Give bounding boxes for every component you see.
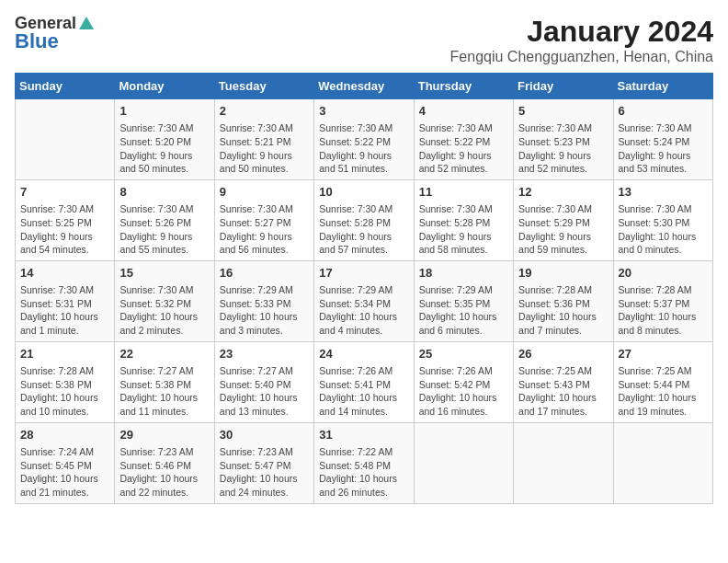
calendar-day-cell: 10Sunrise: 7:30 AMSunset: 5:28 PMDayligh… (314, 179, 414, 260)
calendar-day-cell: 26Sunrise: 7:25 AMSunset: 5:43 PMDayligh… (514, 341, 613, 422)
calendar-day-cell: 21Sunrise: 7:28 AMSunset: 5:38 PMDayligh… (16, 341, 115, 422)
day-number: 30 (220, 427, 309, 443)
day-info: Sunrise: 7:30 AMSunset: 5:22 PMDaylight:… (419, 121, 508, 176)
logo-blue-text: Blue (15, 31, 59, 52)
day-number: 29 (119, 427, 209, 443)
calendar-day-cell: 22Sunrise: 7:27 AMSunset: 5:38 PMDayligh… (115, 341, 214, 422)
day-number: 9 (220, 184, 309, 201)
calendar-day-cell: 30Sunrise: 7:23 AMSunset: 5:47 PMDayligh… (214, 422, 313, 503)
calendar-day-cell: 15Sunrise: 7:30 AMSunset: 5:32 PMDayligh… (115, 260, 214, 341)
calendar-day-cell: 8Sunrise: 7:30 AMSunset: 5:26 PMDaylight… (115, 179, 214, 260)
column-header-friday: Friday (514, 74, 613, 99)
day-number: 26 (518, 346, 608, 362)
day-number: 25 (419, 346, 508, 362)
day-info: Sunrise: 7:30 AMSunset: 5:27 PMDaylight:… (220, 202, 309, 257)
calendar-day-cell: 4Sunrise: 7:30 AMSunset: 5:22 PMDaylight… (414, 99, 513, 180)
day-number: 14 (20, 265, 109, 282)
day-info: Sunrise: 7:28 AMSunset: 5:37 PMDaylight:… (619, 283, 708, 338)
day-number: 20 (619, 265, 708, 282)
day-info: Sunrise: 7:29 AMSunset: 5:34 PMDaylight:… (319, 283, 408, 338)
day-number: 27 (619, 346, 708, 362)
day-info: Sunrise: 7:30 AMSunset: 5:30 PMDaylight:… (619, 202, 708, 257)
day-info: Sunrise: 7:30 AMSunset: 5:28 PMDaylight:… (419, 202, 508, 257)
calendar-day-cell: 3Sunrise: 7:30 AMSunset: 5:22 PMDaylight… (314, 99, 414, 180)
calendar-title: January 2024 (450, 15, 713, 49)
day-number: 23 (220, 346, 309, 362)
calendar-day-cell: 9Sunrise: 7:30 AMSunset: 5:27 PMDaylight… (214, 179, 313, 260)
day-number: 1 (119, 103, 209, 120)
calendar-day-cell: 27Sunrise: 7:25 AMSunset: 5:44 PMDayligh… (613, 341, 712, 422)
day-number: 18 (419, 265, 508, 282)
column-header-thursday: Thursday (414, 74, 513, 99)
calendar-header: SundayMondayTuesdayWednesdayThursdayFrid… (16, 74, 713, 99)
calendar-day-cell: 6Sunrise: 7:30 AMSunset: 5:24 PMDaylight… (613, 99, 712, 180)
day-number: 13 (619, 184, 708, 201)
day-number: 2 (220, 103, 309, 120)
day-info: Sunrise: 7:30 AMSunset: 5:24 PMDaylight:… (619, 121, 708, 176)
calendar-header-row: SundayMondayTuesdayWednesdayThursdayFrid… (16, 74, 713, 99)
calendar-day-cell: 31Sunrise: 7:22 AMSunset: 5:48 PMDayligh… (314, 422, 414, 503)
calendar-day-cell: 23Sunrise: 7:27 AMSunset: 5:40 PMDayligh… (214, 341, 313, 422)
day-info: Sunrise: 7:30 AMSunset: 5:20 PMDaylight:… (119, 121, 209, 176)
calendar-day-cell: 13Sunrise: 7:30 AMSunset: 5:30 PMDayligh… (613, 179, 712, 260)
day-number: 11 (419, 184, 508, 201)
calendar-day-cell: 17Sunrise: 7:29 AMSunset: 5:34 PMDayligh… (314, 260, 414, 341)
day-number: 19 (518, 265, 608, 282)
day-info: Sunrise: 7:22 AMSunset: 5:48 PMDaylight:… (319, 445, 408, 500)
day-number: 12 (518, 184, 608, 201)
day-info: Sunrise: 7:30 AMSunset: 5:26 PMDaylight:… (119, 202, 209, 257)
day-number: 24 (319, 346, 408, 362)
day-info: Sunrise: 7:30 AMSunset: 5:23 PMDaylight:… (518, 121, 608, 176)
svg-marker-0 (79, 17, 94, 29)
day-info: Sunrise: 7:23 AMSunset: 5:46 PMDaylight:… (119, 445, 209, 500)
day-number: 7 (20, 184, 109, 201)
calendar-day-cell: 28Sunrise: 7:24 AMSunset: 5:45 PMDayligh… (16, 422, 115, 503)
calendar-subtitle: Fengqiu Chengguanzhen, Henan, China (450, 49, 713, 65)
logo-triangle-icon (78, 15, 95, 31)
calendar-day-cell: 14Sunrise: 7:30 AMSunset: 5:31 PMDayligh… (16, 260, 115, 341)
calendar-day-cell: 20Sunrise: 7:28 AMSunset: 5:37 PMDayligh… (613, 260, 712, 341)
day-info: Sunrise: 7:29 AMSunset: 5:35 PMDaylight:… (419, 283, 508, 338)
day-info: Sunrise: 7:25 AMSunset: 5:43 PMDaylight:… (518, 364, 608, 419)
day-info: Sunrise: 7:28 AMSunset: 5:36 PMDaylight:… (518, 283, 608, 338)
calendar-empty-cell (16, 99, 115, 180)
calendar-empty-cell (414, 422, 513, 503)
day-info: Sunrise: 7:28 AMSunset: 5:38 PMDaylight:… (20, 364, 109, 419)
day-number: 16 (220, 265, 309, 282)
calendar-week-row: 1Sunrise: 7:30 AMSunset: 5:20 PMDaylight… (16, 99, 713, 180)
day-info: Sunrise: 7:30 AMSunset: 5:25 PMDaylight:… (20, 202, 109, 257)
calendar-day-cell: 18Sunrise: 7:29 AMSunset: 5:35 PMDayligh… (414, 260, 513, 341)
day-info: Sunrise: 7:30 AMSunset: 5:22 PMDaylight:… (319, 121, 408, 176)
day-info: Sunrise: 7:30 AMSunset: 5:31 PMDaylight:… (20, 283, 109, 338)
calendar-day-cell: 2Sunrise: 7:30 AMSunset: 5:21 PMDaylight… (214, 99, 313, 180)
day-number: 22 (119, 346, 209, 362)
calendar-empty-cell (613, 422, 712, 503)
column-header-wednesday: Wednesday (314, 74, 414, 99)
day-info: Sunrise: 7:25 AMSunset: 5:44 PMDaylight:… (619, 364, 708, 419)
day-number: 8 (119, 184, 209, 201)
day-info: Sunrise: 7:30 AMSunset: 5:29 PMDaylight:… (518, 202, 608, 257)
day-info: Sunrise: 7:26 AMSunset: 5:41 PMDaylight:… (319, 364, 408, 419)
day-number: 4 (419, 103, 508, 120)
logo: General Blue (15, 15, 95, 52)
day-info: Sunrise: 7:24 AMSunset: 5:45 PMDaylight:… (20, 445, 109, 500)
column-header-sunday: Sunday (16, 74, 115, 99)
day-number: 5 (518, 103, 608, 120)
calendar-empty-cell (514, 422, 613, 503)
calendar-week-row: 14Sunrise: 7:30 AMSunset: 5:31 PMDayligh… (16, 260, 713, 341)
calendar-day-cell: 1Sunrise: 7:30 AMSunset: 5:20 PMDaylight… (115, 99, 214, 180)
column-header-monday: Monday (115, 74, 214, 99)
day-info: Sunrise: 7:30 AMSunset: 5:28 PMDaylight:… (319, 202, 408, 257)
day-number: 6 (619, 103, 708, 120)
day-number: 21 (20, 346, 109, 362)
calendar-body: 1Sunrise: 7:30 AMSunset: 5:20 PMDaylight… (16, 99, 713, 504)
calendar-day-cell: 7Sunrise: 7:30 AMSunset: 5:25 PMDaylight… (16, 179, 115, 260)
day-info: Sunrise: 7:27 AMSunset: 5:38 PMDaylight:… (119, 364, 209, 419)
calendar-day-cell: 5Sunrise: 7:30 AMSunset: 5:23 PMDaylight… (514, 99, 613, 180)
day-info: Sunrise: 7:26 AMSunset: 5:42 PMDaylight:… (419, 364, 508, 419)
day-info: Sunrise: 7:30 AMSunset: 5:21 PMDaylight:… (220, 121, 309, 176)
day-number: 28 (20, 427, 109, 443)
calendar-day-cell: 19Sunrise: 7:28 AMSunset: 5:36 PMDayligh… (514, 260, 613, 341)
calendar-week-row: 21Sunrise: 7:28 AMSunset: 5:38 PMDayligh… (16, 341, 713, 422)
day-number: 10 (319, 184, 408, 201)
